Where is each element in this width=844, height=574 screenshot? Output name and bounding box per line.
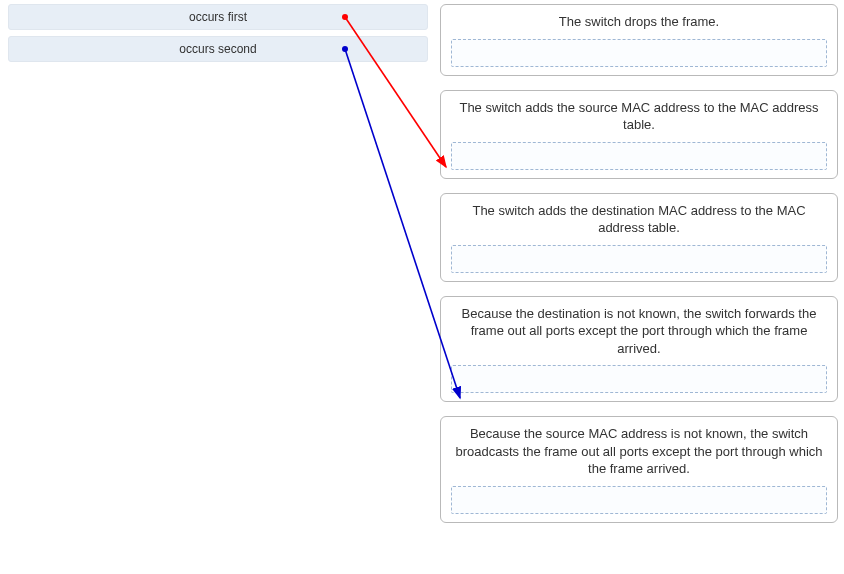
matching-question: occurs first occurs second The switch dr… [0, 0, 844, 574]
drop-zone[interactable] [451, 142, 827, 170]
drop-zone[interactable] [451, 486, 827, 514]
source-label: occurs second [179, 42, 256, 56]
target-card: The switch drops the frame. [440, 4, 838, 76]
target-text: The switch adds the source MAC address t… [451, 99, 827, 134]
target-card: Because the destination is not known, th… [440, 296, 838, 403]
target-card: The switch adds the source MAC address t… [440, 90, 838, 179]
target-card: The switch adds the destination MAC addr… [440, 193, 838, 282]
target-text: The switch drops the frame. [451, 13, 827, 31]
source-item-occurs-second[interactable]: occurs second [8, 36, 428, 62]
target-card: Because the source MAC address is not kn… [440, 416, 838, 523]
target-text: Because the source MAC address is not kn… [451, 425, 827, 478]
target-text: The switch adds the destination MAC addr… [451, 202, 827, 237]
source-column: occurs first occurs second [8, 4, 428, 68]
source-label: occurs first [189, 10, 247, 24]
drop-zone[interactable] [451, 39, 827, 67]
target-text: Because the destination is not known, th… [451, 305, 827, 358]
drop-zone[interactable] [451, 365, 827, 393]
source-item-occurs-first[interactable]: occurs first [8, 4, 428, 30]
drop-zone[interactable] [451, 245, 827, 273]
target-column: The switch drops the frame. The switch a… [440, 4, 838, 537]
